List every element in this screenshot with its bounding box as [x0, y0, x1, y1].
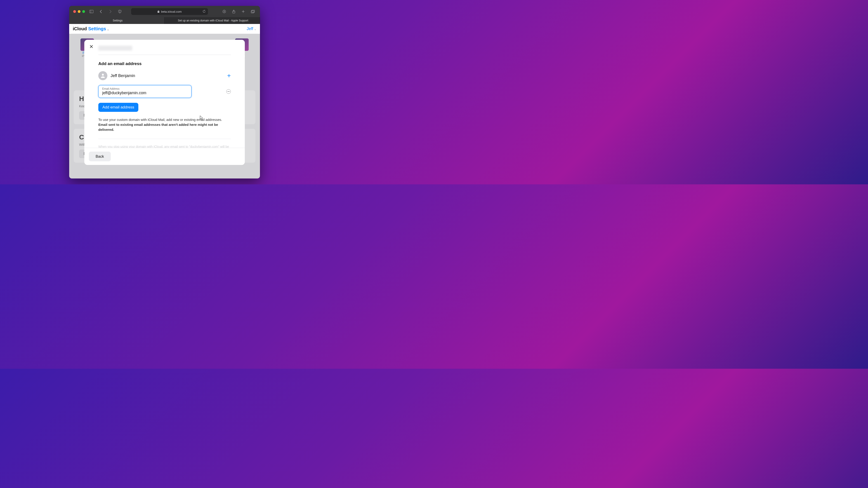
- reload-icon[interactable]: [203, 10, 206, 13]
- close-icon[interactable]: ✕: [89, 44, 93, 50]
- back-button[interactable]: Back: [89, 152, 111, 161]
- header-user[interactable]: Jeff⌄: [247, 26, 256, 31]
- sidebar-toggle-icon[interactable]: [88, 8, 94, 15]
- add-email-modal: ✕ Add an email address Jeff Benjamin +: [84, 40, 245, 165]
- new-tab-icon[interactable]: [240, 8, 246, 15]
- downloads-icon[interactable]: [221, 8, 227, 15]
- email-label: Email Address: [102, 87, 188, 90]
- svg-rect-0: [90, 10, 93, 13]
- user-row: Jeff Benjamin +: [98, 71, 231, 80]
- modal-overlay: ✕ Add an email address Jeff Benjamin +: [69, 34, 260, 178]
- tab-support[interactable]: Set up an existing domain with iCloud Ma…: [164, 17, 260, 24]
- add-email-address-button[interactable]: Add email address: [98, 103, 138, 112]
- address-bar[interactable]: beta.icloud.com: [131, 8, 208, 15]
- svg-rect-3: [158, 11, 159, 13]
- tab-label: Settings: [113, 19, 123, 22]
- url-host: beta.icloud.com: [161, 10, 182, 13]
- titlebar: beta.icloud.com: [69, 6, 260, 17]
- safari-window: beta.icloud.com Settings: [69, 6, 260, 178]
- svg-rect-6: [252, 10, 254, 12]
- email-field[interactable]: Email Address: [98, 85, 191, 98]
- user-name: Jeff Benjamin: [111, 73, 135, 78]
- redacted-domain-title: [98, 46, 132, 51]
- modal-description: To use your custom domain with iCloud Ma…: [98, 117, 231, 132]
- page-content: iCloud Settings⌄ Jeff⌄ iPhone iPhone 1 r…: [69, 24, 260, 178]
- tab-label: Set up an existing domain with iCloud Ma…: [178, 19, 248, 22]
- back-button-icon[interactable]: [98, 8, 104, 15]
- privacy-shield-icon[interactable]: [117, 8, 123, 15]
- svg-point-8: [102, 74, 104, 76]
- tab-bar: Settings Set up an existing domain with …: [69, 17, 260, 24]
- share-icon[interactable]: [230, 8, 237, 15]
- avatar-icon: [98, 71, 107, 80]
- chevron-down-icon: ⌄: [107, 28, 109, 31]
- page-header: iCloud Settings⌄ Jeff⌄: [69, 24, 260, 34]
- brand-text: iCloud: [73, 26, 87, 31]
- modal-heading: Add an email address: [98, 61, 231, 66]
- tab-settings[interactable]: Settings: [69, 17, 164, 24]
- chevron-down-icon: ⌄: [254, 28, 256, 31]
- lock-icon: [157, 10, 160, 13]
- remove-email-icon[interactable]: [226, 89, 231, 94]
- modal-footer: Back: [84, 148, 245, 165]
- minimize-window-icon[interactable]: [78, 10, 81, 13]
- close-window-icon[interactable]: [73, 10, 76, 13]
- email-input[interactable]: [102, 91, 188, 95]
- forward-button-icon[interactable]: [107, 8, 114, 15]
- header-section[interactable]: Settings⌄: [88, 26, 109, 31]
- window-controls: [73, 10, 85, 13]
- tabs-overview-icon[interactable]: [250, 8, 256, 15]
- zoom-window-icon[interactable]: [82, 10, 85, 13]
- add-user-icon[interactable]: +: [227, 72, 231, 79]
- svg-rect-7: [251, 11, 254, 13]
